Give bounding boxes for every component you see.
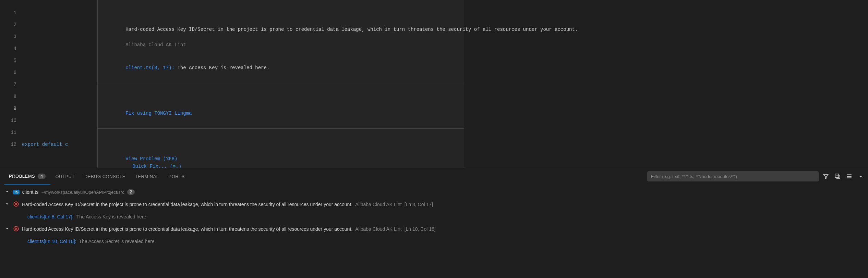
line-number: 9: [0, 103, 16, 115]
hover-source: Alibaba Cloud AK Lint: [125, 42, 186, 48]
error-icon: [13, 201, 19, 208]
tab-output[interactable]: Output: [50, 168, 79, 185]
filter-icon[interactable]: [823, 173, 829, 179]
problem-sub-item[interactable]: client.ts[Ln 8, Col 17]: The Access Key …: [0, 211, 868, 223]
ts-file-icon: TS: [13, 190, 20, 194]
svg-rect-2: [847, 176, 852, 177]
collapse-all-icon[interactable]: [834, 173, 841, 179]
line-number: 6: [0, 67, 16, 79]
problem-location: [Ln 8, Col 17]: [405, 202, 433, 207]
line-number: 4: [0, 43, 16, 55]
problem-location: [Ln 10, Col 16]: [405, 226, 436, 232]
line-number: 12: [0, 139, 16, 151]
filter-input[interactable]: [651, 174, 815, 179]
line-number: 7: [0, 79, 16, 91]
bottom-panel: Problems 4 Output Debug Console Terminal…: [0, 168, 868, 278]
problems-count-badge: 4: [38, 174, 46, 179]
file-problem-count: 2: [127, 189, 135, 195]
chevron-down-icon[interactable]: [5, 226, 10, 232]
sub-location-link[interactable]: client.ts[Ln 8, Col 17]:: [27, 214, 74, 219]
tab-label: Problems: [9, 174, 35, 179]
hover-popup: Hard-coded Access Key ID/Secret in the p…: [97, 0, 464, 168]
problem-sub-item[interactable]: client.ts[Ln 10, Col 16]: The Access Sec…: [0, 235, 868, 248]
fix-using-tongyi-link[interactable]: Fix using TONGYI Lingma: [125, 111, 192, 116]
filter-input-box[interactable]: [647, 171, 819, 181]
line-number: 11: [0, 127, 16, 139]
error-icon: [13, 226, 19, 233]
code-content[interactable]: export default c static async m const ke…: [22, 0, 868, 168]
tab-ports[interactable]: Ports: [164, 168, 190, 185]
line-number-gutter: 1 2 3 4 5 6 7 8 9 10 11 12: [0, 0, 22, 168]
svg-rect-0: [835, 174, 839, 177]
problem-item[interactable]: Hard-coded Access Key ID/Secret in the p…: [0, 223, 868, 235]
chevron-down-icon[interactable]: [5, 189, 10, 195]
problem-item[interactable]: Hard-coded Access Key ID/Secret in the p…: [0, 198, 868, 211]
problem-file-row[interactable]: TS client.ts ~/myworkspace/aliyunOpenAPI…: [0, 186, 868, 198]
line-number: 8: [0, 91, 16, 103]
svg-rect-1: [847, 174, 852, 175]
sub-location-link[interactable]: client.ts[Ln 10, Col 16]:: [27, 239, 76, 244]
editor-area: 1 2 3 4 5 6 7 8 9 10 11 12 export defaul…: [0, 0, 868, 168]
view-as-list-icon[interactable]: [846, 173, 852, 179]
sub-message: The Access Key is revealed here.: [76, 214, 148, 219]
hover-location-link[interactable]: client.ts(8, 17):: [125, 65, 174, 71]
file-path: ~/myworkspace/aliyunOpenAPIProject/src: [41, 190, 124, 195]
file-name: client.ts: [22, 189, 38, 195]
chevron-down-icon[interactable]: [5, 202, 10, 207]
sub-message: The Access Secret is revealed here.: [79, 239, 156, 244]
quick-fix-link[interactable]: Quick Fix... (⌘.): [132, 164, 181, 168]
hover-description: Hard-coded Access Key ID/Secret in the p…: [125, 27, 578, 32]
view-problem-link[interactable]: View Problem (⌥F8): [125, 156, 177, 162]
line-number: 3: [0, 31, 16, 43]
problem-source: Alibaba Cloud AK Lint: [355, 226, 401, 232]
line-number: 2: [0, 19, 16, 31]
line-number: 10: [0, 115, 16, 127]
problem-message: Hard-coded Access Key ID/Secret in the p…: [22, 226, 352, 232]
chevron-up-icon[interactable]: [858, 173, 864, 179]
line-number: 1: [0, 7, 16, 19]
hover-location-msg: The Access Key is revealed here.: [174, 65, 269, 71]
tab-debug-console[interactable]: Debug Console: [80, 168, 130, 185]
panel-tabs: Problems 4 Output Debug Console Terminal…: [0, 168, 868, 185]
problems-list: TS client.ts ~/myworkspace/aliyunOpenAPI…: [0, 185, 868, 278]
line-number: 5: [0, 55, 16, 67]
problem-source: Alibaba Cloud AK Lint: [355, 202, 401, 207]
tab-problems[interactable]: Problems 4: [4, 168, 50, 185]
problem-message: Hard-coded Access Key ID/Secret in the p…: [22, 202, 352, 207]
svg-rect-3: [847, 177, 852, 178]
tab-terminal[interactable]: Terminal: [130, 168, 164, 185]
code-text: export default c: [22, 142, 68, 147]
